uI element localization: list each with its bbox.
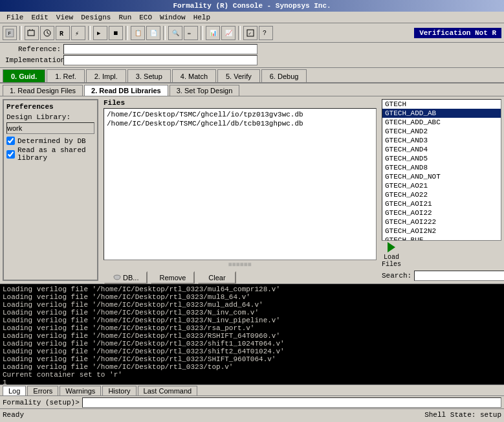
lib-item[interactable]: GTECH_ADD_AB <box>382 109 501 118</box>
svg-text:📋: 📋 <box>135 29 142 37</box>
db-button[interactable]: DB... <box>104 271 148 284</box>
tab-read-db-libraries[interactable]: 2. Read DB Libraries <box>84 85 168 96</box>
lib-item[interactable]: GTECH_BUF <box>382 236 501 241</box>
command-row: Formality (setup)> <box>0 395 504 408</box>
toolbar-btn-11[interactable]: ✏️ <box>184 26 198 40</box>
toolbar-btn-1[interactable]: F <box>3 26 17 40</box>
toolbar-btn-6[interactable]: ▶ <box>93 26 107 40</box>
implementation-input[interactable] <box>63 55 257 65</box>
toolbar-btn-5[interactable]: ⚡ <box>71 26 85 40</box>
log-tab-errors[interactable]: Errors <box>27 386 58 395</box>
lib-item[interactable]: GTECH_AND2 <box>382 127 501 136</box>
lib-item[interactable]: GTECH_AND8 <box>382 163 501 172</box>
toolbar-btn-4[interactable]: R <box>56 26 70 40</box>
load-area: LoadFiles <box>382 242 501 268</box>
search-row: Search: <box>382 271 501 281</box>
svg-text:✓: ✓ <box>248 31 251 36</box>
cmd-input[interactable] <box>82 397 501 408</box>
log-tab-log[interactable]: Log <box>3 386 26 395</box>
lib-item[interactable]: GTECH_AND4 <box>382 145 501 154</box>
lib-item[interactable]: GTECH <box>382 100 501 109</box>
step-3[interactable]: 3. Setup <box>127 69 171 82</box>
file-list: /home/IC/Desktop/TSMC/ghcell/io/tpz013gv… <box>104 108 377 260</box>
log-tabs: Log Errors Warnings History Last Command <box>0 384 504 395</box>
title-text: Formality (R) Console - Synopsys Inc. <box>173 2 331 10</box>
lib-item[interactable]: GTECH_AO22 <box>382 190 501 199</box>
menu-eco[interactable]: ECO <box>135 13 156 22</box>
remove-button[interactable]: Remove <box>150 271 195 284</box>
clear-button[interactable]: Clear <box>197 271 236 284</box>
determined-by-db-checkbox[interactable] <box>6 137 15 145</box>
toolbar-sep-2 <box>88 26 91 40</box>
ref-impl-area: Reference: Implementation: <box>0 43 504 68</box>
menu-edit[interactable]: Edit <box>27 13 52 22</box>
menu-window[interactable]: Window <box>156 13 190 22</box>
lib-item[interactable]: GTECH_AND_NOT <box>382 172 501 181</box>
svg-text:▶: ▶ <box>97 30 101 37</box>
search-input[interactable] <box>414 271 504 281</box>
file-item-2[interactable]: /home/IC/Desktop/TSMC/ghcell/db/tcb013gh… <box>105 119 375 128</box>
toolbar-btn-12[interactable]: 📊 <box>206 26 220 40</box>
step-2[interactable]: 2. Impl. <box>86 69 126 82</box>
db-icon <box>113 274 122 281</box>
lib-item[interactable]: GTECH_AND3 <box>382 136 501 145</box>
tab-set-top-design[interactable]: 3. Set Top Design <box>170 85 240 96</box>
toolbar-btn-9[interactable]: 📄 <box>146 26 160 40</box>
toolbar-btn-13[interactable]: 📈 <box>221 26 236 40</box>
menu-view[interactable]: View <box>52 13 77 22</box>
svg-line-7 <box>47 33 49 34</box>
lib-item[interactable]: GTECH_AOI21 <box>382 199 501 208</box>
reference-input[interactable] <box>63 44 257 54</box>
step-0[interactable]: 0. Guid. <box>3 69 45 82</box>
menu-file[interactable]: File <box>3 13 27 22</box>
menu-designs[interactable]: Designs <box>77 13 115 22</box>
tab-area: 1. Read Design Files 2. Read DB Librarie… <box>0 83 504 96</box>
toolbar-btn-7[interactable]: ⏹ <box>109 26 123 40</box>
load-files-button[interactable]: LoadFiles <box>382 242 401 268</box>
lib-item[interactable]: GTECH_ADD_ABC <box>382 118 501 127</box>
lib-item[interactable]: GTECH_AOI22 <box>382 208 501 217</box>
step-1[interactable]: 1. Ref. <box>47 69 84 82</box>
file-item-1[interactable]: /home/IC/Desktop/TSMC/ghcell/io/tpz013gv… <box>105 110 375 119</box>
log-tab-history[interactable]: History <box>102 386 136 395</box>
svg-text:📄: 📄 <box>150 29 158 37</box>
preferences-panel: Preferences Design Library: Determined b… <box>3 99 98 281</box>
log-tab-warnings[interactable]: Warnings <box>60 386 101 395</box>
tab-read-design-files[interactable]: 1. Read Design Files <box>3 85 83 96</box>
toolbar-btn-14[interactable]: ✓ <box>243 26 257 40</box>
lib-item[interactable]: GTECH_AOI222 <box>382 217 501 227</box>
lib-item[interactable]: GTECH_AND5 <box>382 154 501 163</box>
menu-help[interactable]: Help <box>190 13 214 22</box>
toolbar-btn-10[interactable]: 🔍 <box>168 26 182 40</box>
svg-text:⚡: ⚡ <box>75 30 79 38</box>
toolbar-btn-2[interactable] <box>25 26 39 40</box>
svg-text:R: R <box>60 30 63 38</box>
toolbar: F R ⚡ ▶ ⏹ 📋 📄 🔍 ✏️ 📊 📈 ✓ ? Ver <box>0 23 504 43</box>
svg-rect-2 <box>28 30 34 36</box>
step-4[interactable]: 4. Match <box>172 69 216 82</box>
lib-item[interactable]: GTECH_AO21 <box>382 181 501 190</box>
file-actions: DB... Remove Clear <box>104 271 377 284</box>
toolbar-btn-8[interactable]: 📋 <box>131 26 145 40</box>
menu-run[interactable]: Run <box>115 13 135 22</box>
files-title: Files <box>104 99 377 107</box>
step-6[interactable]: 6. Debug <box>261 69 307 82</box>
svg-text:📈: 📈 <box>225 29 233 37</box>
play-icon <box>388 242 395 252</box>
log-tab-last-command[interactable]: Last Command <box>138 386 198 395</box>
reference-label: Reference: <box>5 45 63 53</box>
shared-library-checkbox[interactable] <box>6 150 15 159</box>
library-panel: GTECHGTECH_ADD_ABGTECH_ADD_ABCGTECH_AND2… <box>382 99 501 281</box>
toolbar-sep-1 <box>19 26 22 40</box>
status-right: Shell State: setup <box>424 411 501 419</box>
svg-text:✏️: ✏️ <box>188 30 192 37</box>
title-bar: Formality (R) Console - Synopsys Inc. <box>0 0 504 12</box>
lib-item[interactable]: GTECH_AOI2N2 <box>382 227 501 236</box>
files-panel: Files /home/IC/Desktop/TSMC/ghcell/io/tp… <box>104 99 377 281</box>
toolbar-btn-3[interactable] <box>40 26 54 40</box>
toolbar-btn-15[interactable]: ? <box>259 26 273 40</box>
svg-text:⏹: ⏹ <box>113 30 118 37</box>
load-label: LoadFiles <box>382 254 401 268</box>
step-5[interactable]: 5. Verify <box>217 69 260 82</box>
design-library-input[interactable] <box>6 122 94 134</box>
